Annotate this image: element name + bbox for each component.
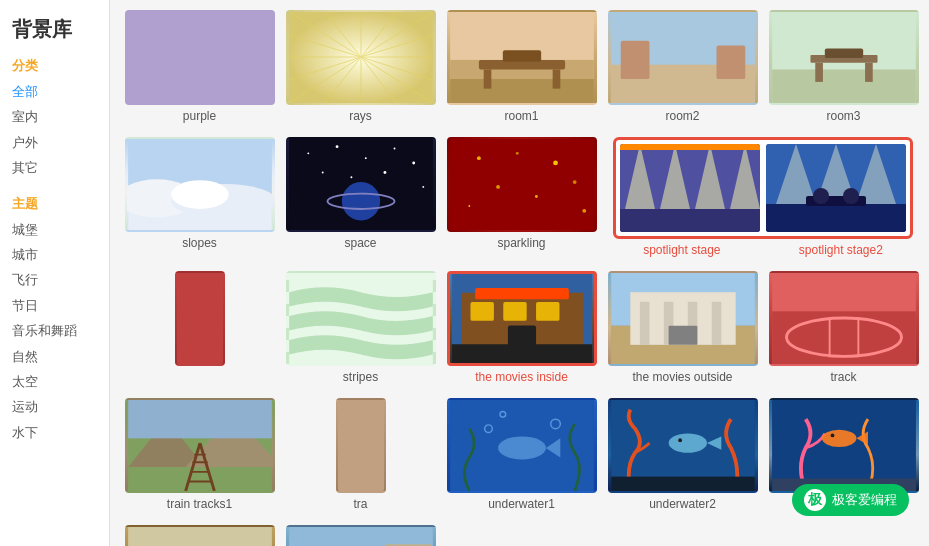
svg-point-44 [412, 162, 415, 165]
svg-rect-144 [289, 527, 433, 546]
thumb-sparkling [447, 137, 597, 232]
urban1-svg [127, 527, 273, 546]
sidebar-item-holiday[interactable]: 节日 [12, 293, 97, 318]
grid-item-track[interactable]: track [768, 271, 919, 384]
label-stripes: stripes [343, 370, 378, 384]
svg-rect-22 [552, 69, 560, 88]
label-train-tracks1: train tracks1 [167, 497, 232, 511]
room1-svg [449, 12, 595, 103]
label-spotlight-stage: spotlight stage [643, 243, 720, 257]
svg-point-53 [515, 152, 518, 155]
movies-outside-svg [610, 273, 756, 364]
svg-rect-85 [475, 288, 569, 299]
sidebar-item-nature[interactable]: 自然 [12, 344, 97, 369]
sidebar-item-city[interactable]: 城市 [12, 242, 97, 267]
label-movies-outside: the movies outside [632, 370, 732, 384]
svg-rect-66 [620, 144, 760, 150]
spotlight2-svg [766, 144, 906, 232]
label-underwater1: underwater1 [488, 497, 555, 511]
svg-point-125 [821, 430, 855, 447]
thumb-purple [125, 10, 275, 105]
grid-item-movies-inside[interactable]: the movies inside [446, 271, 597, 384]
svg-rect-61 [620, 209, 760, 232]
svg-point-121 [678, 438, 682, 442]
svg-rect-26 [620, 41, 649, 79]
sidebar-item-castle[interactable]: 城堡 [12, 217, 97, 242]
label-slopes: slopes [182, 236, 217, 250]
svg-point-42 [364, 157, 366, 159]
svg-rect-122 [611, 477, 755, 491]
sidebar-item-underwater[interactable]: 水下 [12, 420, 97, 445]
sidebar-item-music-dance[interactable]: 音乐和舞蹈 [12, 318, 97, 343]
grid-item-urban2[interactable]: urban2 [285, 525, 436, 546]
label-space: space [344, 236, 376, 250]
label-movies-inside: the movies inside [475, 370, 568, 384]
main-content: purple [110, 0, 929, 546]
label-spotlight-stage2: spotlight stage2 [799, 243, 883, 257]
grid-item-train-tracks1[interactable]: train tracks1 [124, 398, 275, 511]
sidebar-item-flying[interactable]: 飞行 [12, 267, 97, 292]
svg-rect-21 [483, 69, 491, 88]
thumb-room2 [608, 10, 758, 105]
svg-point-48 [422, 186, 424, 188]
label-rays: rays [349, 109, 372, 123]
label-room2: room2 [665, 109, 699, 123]
grid-item-underwater1[interactable]: underwater1 [446, 398, 597, 511]
svg-point-55 [496, 185, 500, 189]
thumb-underwater1 [447, 398, 597, 493]
background-grid: purple [124, 10, 919, 546]
grid-item-tra-partial[interactable]: tra [285, 398, 436, 511]
grid-item-slopes[interactable]: slopes [124, 137, 275, 257]
theme-section-label: 主题 [12, 195, 97, 213]
watermark: 极 极客爱编程 [792, 484, 909, 516]
grid-item-rays[interactable]: rays [285, 10, 436, 123]
sidebar-item-all[interactable]: 全部 [12, 79, 97, 104]
svg-point-46 [350, 176, 352, 178]
sidebar-item-sports[interactable]: 运动 [12, 394, 97, 419]
svg-point-119 [668, 434, 706, 453]
thumb-partial-row2 [175, 271, 225, 366]
sidebar-item-space[interactable]: 太空 [12, 369, 97, 394]
grid-item-stripes[interactable]: stripes [285, 271, 436, 384]
svg-rect-81 [470, 302, 493, 321]
underwater2-svg [610, 400, 756, 491]
grid-item-space[interactable]: space [285, 137, 436, 257]
svg-rect-69 [766, 204, 906, 232]
room3-svg [771, 12, 917, 103]
thumb-urban2 [286, 525, 436, 546]
watermark-icon: 极 [804, 489, 826, 511]
sidebar-item-outdoor[interactable]: 户外 [12, 130, 97, 155]
svg-point-112 [498, 436, 546, 459]
svg-rect-23 [502, 50, 540, 61]
thumb-room3 [769, 10, 919, 105]
grid-item-room3[interactable]: room3 [768, 10, 919, 123]
svg-rect-93 [711, 302, 721, 345]
grid-item-partial-row2[interactable] [124, 271, 275, 384]
underwater1-svg [449, 400, 595, 491]
tra-svg [338, 400, 386, 493]
thumb-train-tracks1 [125, 398, 275, 493]
label-sparkling: sparkling [497, 236, 545, 250]
svg-rect-31 [815, 63, 823, 82]
thumb-rays [286, 10, 436, 105]
grid-item-movies-outside[interactable]: the movies outside [607, 271, 758, 384]
svg-point-40 [307, 152, 309, 154]
grid-item-spotlight-double[interactable]: spotlight stage spotlight stage2 [607, 137, 919, 257]
grid-item-underwater2[interactable]: underwater2 [607, 398, 758, 511]
svg-rect-27 [716, 46, 745, 80]
thumb-spotlight-stage [620, 144, 760, 232]
slopes-svg [127, 139, 273, 230]
sidebar-item-indoor[interactable]: 室内 [12, 104, 97, 129]
sidebar-item-other[interactable]: 其它 [12, 155, 97, 180]
thumb-track [769, 271, 919, 366]
grid-item-room1[interactable]: room1 [446, 10, 597, 123]
grid-item-room2[interactable]: room2 [607, 10, 758, 123]
grid-item-urban1[interactable]: urban1 [124, 525, 275, 546]
partial2-svg [177, 273, 225, 366]
thumb-underwater3 [769, 398, 919, 493]
grid-item-sparkling[interactable]: sparkling [446, 137, 597, 257]
watermark-text: 极客爱编程 [832, 491, 897, 509]
thumb-room1 [447, 10, 597, 105]
spotlight-double-thumbs [613, 137, 913, 239]
grid-item-purple[interactable]: purple [124, 10, 275, 123]
